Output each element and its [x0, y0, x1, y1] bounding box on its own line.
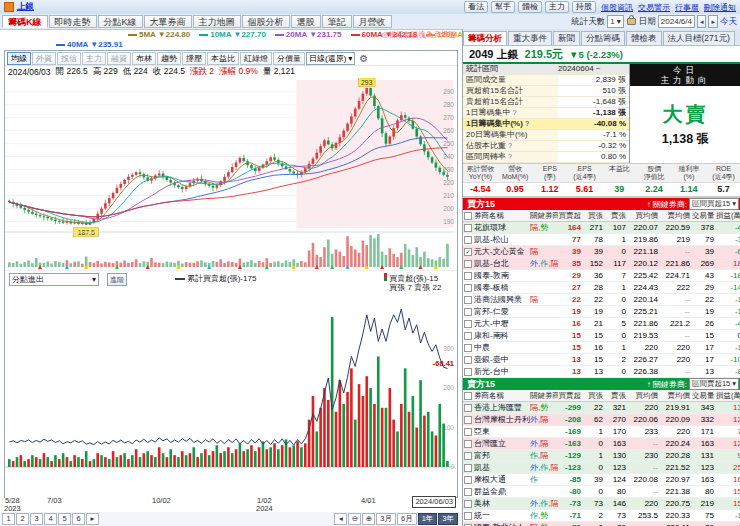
range-button-6月[interactable]: 6月 — [397, 513, 417, 525]
col-header-3[interactable]: 買張 — [583, 390, 605, 401]
zoom-control-1[interactable]: ⊖ — [348, 513, 361, 525]
chart-tool-撐壓[interactable]: 撐壓 — [182, 52, 206, 65]
buy-row-0[interactable]: 花旗環球隔,勢164271107220.07220.59378-4 — [463, 222, 740, 234]
zoom-control-2[interactable]: ⊕ — [362, 513, 375, 525]
col-header-4[interactable]: 賣張 — [605, 210, 628, 221]
sell-row-2[interactable]: 亞東-16911702332201717 — [463, 426, 740, 438]
buy-row-5[interactable]: 國泰-板橋27281224.4322229-14 — [463, 282, 740, 294]
col-header-3[interactable]: 買張 — [583, 210, 605, 221]
select-all-checkbox[interactable] — [463, 390, 473, 401]
row-checkbox[interactable] — [463, 366, 473, 377]
today-button[interactable]: 今天 — [720, 16, 737, 28]
row-checkbox[interactable] — [463, 474, 473, 485]
row-checkbox[interactable] — [463, 438, 473, 449]
range-button-3年[interactable]: 3年 — [438, 513, 458, 525]
page-button-1[interactable]: 1 — [2, 513, 15, 525]
sell-row-9[interactable]: 統一作,勢-71273253.5220.3375-1 — [463, 510, 740, 522]
col-header-2[interactable]: 買賣超 — [558, 390, 583, 401]
col-header-0[interactable]: 券商名稱 — [473, 210, 530, 221]
row-checkbox[interactable] — [463, 462, 473, 473]
col-header-5[interactable]: 買均價 — [628, 210, 660, 221]
sell-row-10[interactable]: 國票-敦北法人隔,勢-70070--220.11704 — [463, 522, 740, 526]
chart-tool-外資[interactable]: 外資 — [32, 52, 56, 65]
row-checkbox[interactable] — [463, 258, 473, 269]
right-tab-2[interactable]: 新聞 — [553, 31, 580, 45]
stat-days-select[interactable]: 1▾ — [607, 15, 623, 28]
sell-row-7[interactable]: 群益金鼎-80080--221.388015 — [463, 486, 740, 498]
buy-row-11[interactable]: 臺銀-臺中13152226.2722017-10 — [463, 354, 740, 366]
buy-row-2[interactable]: ✓元大-文心黃金隔39390221.18--39-6 — [463, 246, 740, 258]
buy-row-12[interactable]: 新光-台中13130226.38--13-8 — [463, 366, 740, 378]
buy-row-7[interactable]: 富邦-仁愛19190225.21--19-1 — [463, 306, 740, 318]
col-header-8[interactable]: 損益(萬) — [716, 210, 740, 221]
row-checkbox[interactable] — [463, 234, 473, 245]
chart-tool-布林[interactable]: 布林 — [132, 52, 156, 65]
right-tab-3[interactable]: 分點籌碼 — [581, 31, 625, 45]
buy-row-6[interactable]: 港商法國興業隔22220220.14--22-1 — [463, 294, 740, 306]
row-checkbox[interactable] — [463, 510, 473, 521]
titlebar-button-4[interactable]: 持股 — [572, 1, 596, 13]
row-checkbox[interactable] — [463, 330, 473, 341]
flow-chart[interactable]: 3002001000-68.41 — [5, 295, 455, 499]
titlebar-link-3[interactable]: 刪除通知 — [704, 2, 736, 13]
sell-row-4[interactable]: 富邦作,隔-1291130230220.281319 — [463, 450, 740, 462]
right-tab-4[interactable]: 體檢表 — [626, 31, 662, 45]
row-checkbox[interactable] — [463, 294, 473, 305]
titlebar-link-1[interactable]: 交易警示 — [638, 2, 670, 13]
row-checkbox[interactable] — [463, 498, 473, 509]
chart-tool-趨勢[interactable]: 趨勢 — [157, 52, 181, 65]
row-checkbox[interactable] — [463, 402, 473, 413]
row-checkbox[interactable] — [463, 342, 473, 353]
help-icon[interactable]: ? — [508, 152, 512, 162]
chart-tool-本益比[interactable]: 本益比 — [207, 52, 239, 65]
col-header-2[interactable]: 買賣超 — [558, 210, 583, 221]
titlebar-button-3[interactable]: 主力 — [545, 1, 569, 13]
help-icon[interactable]: ? — [508, 141, 512, 151]
titlebar-button-0[interactable]: 看法 — [464, 1, 488, 13]
row-checkbox[interactable] — [463, 270, 473, 281]
row-checkbox[interactable] — [463, 318, 473, 329]
col-header-4[interactable]: 賣張 — [605, 390, 628, 401]
sell-row-6[interactable]: 摩根大通作-8539124220.08220.9716316 — [463, 474, 740, 486]
col-header-1[interactable]: 關鍵券商 — [530, 210, 558, 221]
row-checkbox[interactable] — [463, 414, 473, 425]
row-checkbox[interactable]: ✓ — [463, 246, 473, 257]
main-tab-8[interactable]: 月營收 — [353, 15, 392, 28]
chart-tool-分價量[interactable]: 分價量 — [273, 52, 305, 65]
titlebar-link-2[interactable]: 行事曆 — [675, 2, 699, 13]
page-button-4[interactable]: 4 — [44, 513, 57, 525]
page-button-6[interactable]: 6 — [72, 513, 85, 525]
main-tab-5[interactable]: 個股分析 — [242, 15, 290, 28]
main-tab-1[interactable]: 即時走勢 — [49, 15, 97, 28]
period-select[interactable]: 日線(還原)▾ — [306, 52, 355, 65]
buy-row-10[interactable]: 中農1516122022017-1 — [463, 342, 740, 354]
page-button-▸[interactable]: ▸ — [86, 513, 99, 525]
main-tab-0[interactable]: 籌碼K線 — [2, 15, 48, 28]
row-checkbox[interactable] — [463, 222, 473, 233]
date-next-button[interactable]: ▸ — [708, 15, 718, 28]
main-tab-4[interactable]: 主力地圖 — [193, 15, 241, 28]
chart-tool-融資[interactable]: 融資 — [107, 52, 131, 65]
select-all-checkbox[interactable] — [463, 210, 473, 221]
right-tab-0[interactable]: 籌碼分析 — [463, 31, 507, 45]
date-input[interactable]: 2024/6/4 — [658, 15, 695, 28]
row-checkbox[interactable] — [463, 354, 473, 365]
advanced-button[interactable]: 進階 — [107, 273, 127, 286]
buy-row-4[interactable]: 國泰-敦南29367225.42224.7143-18 — [463, 270, 740, 282]
price-chart[interactable]: 290280270260250240230220210200190293187.… — [5, 78, 455, 270]
buy-row-8[interactable]: 元大-中壢16215221.86221.226-4 — [463, 318, 740, 330]
help-icon[interactable]: ? — [512, 108, 516, 118]
titlebar-button-2[interactable]: 體檢 — [518, 1, 542, 13]
sell-row-1[interactable]: 台灣摩根士丹利外,隔-20862270220.06220.0933212 — [463, 414, 740, 426]
col-header-8[interactable]: 損益(萬) — [716, 390, 740, 401]
col-header-6[interactable]: 賣均價 — [660, 210, 692, 221]
row-checkbox[interactable] — [463, 522, 473, 526]
right-tab-1[interactable]: 重大事件 — [508, 31, 552, 45]
titlebar-link-0[interactable]: 個股資訊 — [601, 2, 633, 13]
sell-row-5[interactable]: 凱基外,作,隔-1230123--221.5212325 — [463, 462, 740, 474]
row-checkbox[interactable] — [463, 486, 473, 497]
chart-tool-紅綠燈[interactable]: 紅綠燈 — [240, 52, 272, 65]
sell-row-3[interactable]: 台灣匯立外,隔-1630163--220.2416312 — [463, 438, 740, 450]
row-checkbox[interactable] — [463, 282, 473, 293]
main-tab-7[interactable]: 筆記 — [322, 15, 352, 28]
